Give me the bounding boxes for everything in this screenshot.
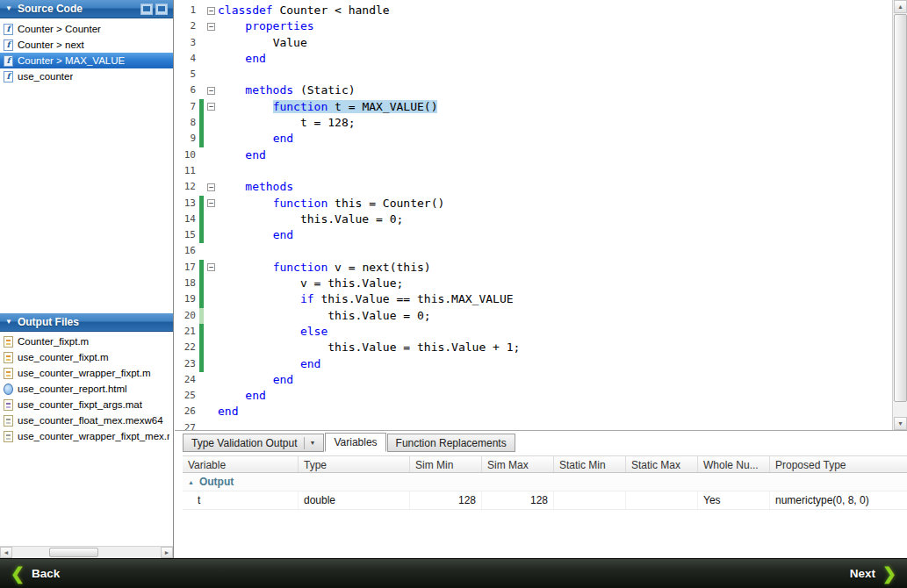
code-text: end xyxy=(218,388,266,404)
keyword-token: end xyxy=(300,357,320,370)
code-line[interactable]: 1−classdef Counter < handle xyxy=(175,3,892,18)
source-item-label: Counter > next xyxy=(18,39,84,50)
code-line[interactable]: 19 if this.Value == this.MAX_VALUE xyxy=(175,291,892,307)
group-view-icon[interactable] xyxy=(155,4,168,15)
column-header[interactable]: Static Max xyxy=(626,456,698,472)
group-expander-icon[interactable]: ▲ xyxy=(188,479,194,485)
code-line[interactable]: 12− methods xyxy=(175,179,892,195)
code-line[interactable]: 11 xyxy=(175,163,892,179)
code-line[interactable]: 24 end xyxy=(175,372,892,388)
line-number: 8 xyxy=(175,115,198,131)
column-header[interactable]: Sim Min xyxy=(410,456,482,472)
column-header[interactable]: Whole Nu... xyxy=(698,456,770,472)
code-line[interactable]: 16 xyxy=(175,243,892,259)
code-line[interactable]: 25 end xyxy=(175,388,892,404)
output-file-label: Counter_fixpt.m xyxy=(18,336,89,347)
collapse-triangle-icon[interactable]: ▼ xyxy=(5,319,12,326)
function-file-icon: f xyxy=(4,71,13,82)
code-text: function t = MAX_VALUE() xyxy=(218,99,437,115)
source-item-label: use_counter xyxy=(18,71,73,82)
line-number: 16 xyxy=(175,243,198,259)
code-line[interactable]: 20 this.Value = 0; xyxy=(175,308,892,324)
tab-type-validation-output[interactable]: Type Validation Output▼ xyxy=(183,434,324,452)
scroll-down-arrow-icon[interactable]: ▼ xyxy=(894,417,907,430)
fold-toggle-icon[interactable]: − xyxy=(207,103,215,111)
coverage-gutter xyxy=(198,115,205,131)
coverage-bar xyxy=(199,260,204,276)
line-number: 9 xyxy=(175,131,198,147)
code-line[interactable]: 15 end xyxy=(175,227,892,243)
scrollbar-thumb[interactable] xyxy=(894,14,907,402)
code-line[interactable]: 2− properties xyxy=(175,18,892,34)
output-file-item[interactable]: use_counter_float_mex.mexw64 xyxy=(0,412,173,428)
function-file-icon: f xyxy=(4,39,13,51)
scroll-left-arrow-icon[interactable]: ◄ xyxy=(0,547,12,558)
next-button[interactable]: Next ❯ xyxy=(850,565,896,582)
tab-label: Type Validation Output xyxy=(191,437,298,449)
code-line[interactable]: 17− function v = next(this) xyxy=(175,260,892,276)
fold-toggle-icon[interactable]: − xyxy=(207,87,215,95)
output-file-item[interactable]: use_counter_wrapper_fixpt_mex.m xyxy=(0,428,173,444)
collapse-triangle-icon[interactable]: ▼ xyxy=(5,5,12,12)
fold-toggle-icon[interactable]: − xyxy=(207,7,215,15)
code-line[interactable]: 27 xyxy=(175,420,892,430)
scroll-up-arrow-icon[interactable]: ▲ xyxy=(894,0,907,13)
code-line[interactable]: 13− function this = Counter() xyxy=(175,196,892,212)
code-line[interactable]: 22 this.Value = this.Value + 1; xyxy=(175,340,892,355)
output-file-item[interactable]: use_counter_fixpt_args.mat xyxy=(0,397,173,412)
column-header[interactable]: Static Min xyxy=(554,456,626,472)
code-line[interactable]: 21 else xyxy=(175,324,892,340)
output-file-item[interactable]: use_counter_wrapper_fixpt.m xyxy=(0,365,173,381)
table-row[interactable]: tdouble128128Yesnumerictype(0, 8, 0) xyxy=(183,491,907,510)
code-line[interactable]: 9 end xyxy=(175,131,892,147)
column-header[interactable]: Proposed Type xyxy=(770,456,907,472)
code-line[interactable]: 26end xyxy=(175,404,892,419)
code-text: function v = next(this) xyxy=(218,260,431,276)
column-header[interactable]: Variable xyxy=(183,456,299,472)
editor-vertical-scrollbar[interactable]: ▲ ▼ xyxy=(892,0,907,430)
table-body: tdouble128128Yesnumerictype(0, 8, 0) xyxy=(183,491,907,510)
code-editor: 1−classdef Counter < handle2− properties… xyxy=(175,0,907,430)
source-code-panel-header[interactable]: ▼ Source Code xyxy=(0,0,173,18)
code-line[interactable]: 3 Value xyxy=(175,35,892,51)
back-button[interactable]: ❮ Back xyxy=(11,565,60,582)
table-cell: t xyxy=(183,491,299,509)
code-line[interactable]: 4 end xyxy=(175,51,892,67)
tab-label: Function Replacements xyxy=(396,437,507,449)
code-line[interactable]: 5 xyxy=(175,67,892,82)
code-text: this.Value = 0; xyxy=(218,308,431,324)
fold-toggle-icon[interactable]: − xyxy=(207,263,215,271)
code-text: this.Value = this.Value + 1; xyxy=(218,340,520,355)
code-line[interactable]: 7− function t = MAX_VALUE() xyxy=(175,99,892,115)
coverage-gutter xyxy=(198,340,205,355)
source-item[interactable]: fCounter > Counter xyxy=(0,21,173,37)
source-item[interactable]: fCounter > next xyxy=(0,37,173,53)
tab-function-replacements[interactable]: Function Replacements xyxy=(387,434,515,452)
output-file-item[interactable]: use_counter_fixpt.m xyxy=(0,349,173,365)
code-text: end xyxy=(218,356,320,372)
code-line[interactable]: 23 end xyxy=(175,356,892,372)
table-group-row[interactable]: ▲ Output xyxy=(183,473,907,491)
code-line[interactable]: 6− methods (Static) xyxy=(175,82,892,98)
source-item[interactable]: fCounter > MAX_VALUE xyxy=(0,53,173,68)
code-line[interactable]: 14 this.Value = 0; xyxy=(175,212,892,227)
column-header[interactable]: Type xyxy=(299,456,410,472)
list-view-icon[interactable] xyxy=(140,4,153,15)
output-file-label: use_counter_report.html xyxy=(18,384,127,394)
scroll-right-arrow-icon[interactable]: ► xyxy=(161,547,173,558)
scrollbar-thumb[interactable] xyxy=(49,548,98,557)
dropdown-arrow-icon[interactable]: ▼ xyxy=(304,437,316,449)
output-files-panel-header[interactable]: ▼ Output Files xyxy=(0,313,173,332)
code-line[interactable]: 10 end xyxy=(175,147,892,163)
output-file-item[interactable]: Counter_fixpt.m xyxy=(0,333,173,349)
code-line[interactable]: 8 t = 128; xyxy=(175,115,892,131)
fold-toggle-icon[interactable]: − xyxy=(207,183,215,191)
tab-variables[interactable]: Variables xyxy=(325,433,385,452)
column-header[interactable]: Sim Max xyxy=(482,456,554,472)
code-line[interactable]: 18 v = this.Value; xyxy=(175,276,892,291)
fold-toggle-icon[interactable]: − xyxy=(207,23,215,31)
source-item[interactable]: fuse_counter xyxy=(0,68,173,84)
sidebar-horizontal-scrollbar[interactable]: ◄ ► xyxy=(0,546,173,558)
output-file-item[interactable]: use_counter_report.html xyxy=(0,381,173,397)
fold-toggle-icon[interactable]: − xyxy=(207,199,215,207)
